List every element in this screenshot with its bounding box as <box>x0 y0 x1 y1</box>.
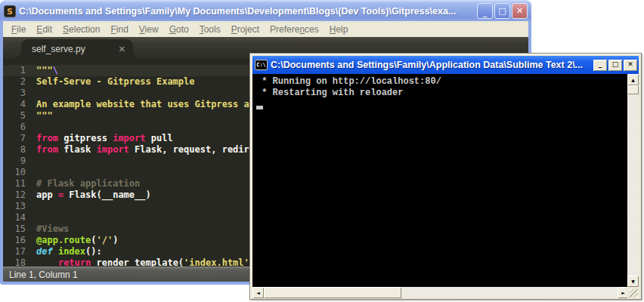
line-number: 18 <box>3 257 36 267</box>
menu-item-preferences[interactable]: Preferences <box>265 23 324 36</box>
close-icon: ✕ <box>627 60 633 68</box>
line-number: 5 <box>3 110 36 122</box>
arrow-up-icon: ▲ <box>631 77 635 82</box>
arrow-down-icon: ▼ <box>631 279 635 284</box>
line-number: 2 <box>3 76 36 88</box>
tab-self-serve-py[interactable]: self_serve.py ✕ <box>21 39 133 59</box>
console-line: * Running on http://localhost:80/ <box>256 76 629 88</box>
minimize-icon: _ <box>478 5 492 20</box>
cursor-position-status: Line 1, Column 1 <box>9 270 78 280</box>
line-number: 15 <box>3 223 36 235</box>
menu-item-file[interactable]: File <box>6 23 31 36</box>
menu-item-find[interactable]: Find <box>105 23 133 36</box>
scroll-down-button[interactable]: ▼ <box>627 276 639 287</box>
sublime-app-icon: S <box>4 5 16 17</box>
line-number: 6 <box>3 122 36 133</box>
menu-item-help[interactable]: Help <box>324 23 354 36</box>
console-maximize-button[interactable]: □ <box>608 60 622 71</box>
menu-item-tools[interactable]: Tools <box>194 23 226 36</box>
console-cursor <box>256 106 263 109</box>
menu-item-selection[interactable]: Selection <box>57 23 105 36</box>
line-number: 1 <box>3 65 36 76</box>
line-number: 8 <box>3 144 36 156</box>
menu-item-view[interactable]: View <box>134 23 164 36</box>
line-number: 10 <box>3 167 36 178</box>
resize-grip[interactable] <box>627 287 639 298</box>
vertical-scroll-thumb[interactable] <box>627 85 639 94</box>
arrow-left-icon: ◄ <box>256 290 260 295</box>
sublime-window-title: C:\Documents and Settings\Family\My Docu… <box>19 6 475 17</box>
sublime-title-bar[interactable]: S C:\Documents and Settings\Family\My Do… <box>0 0 531 21</box>
scroll-left-button[interactable]: ◄ <box>252 287 264 298</box>
arrow-right-icon: ► <box>621 290 625 295</box>
line-number: 3 <box>3 88 36 99</box>
cmd-icon[interactable]: C:\ <box>255 60 268 70</box>
line-number: 9 <box>3 156 36 167</box>
line-number: 13 <box>3 201 36 212</box>
desktop: S C:\Documents and Settings\Family\My Do… <box>0 0 644 302</box>
menu-item-project[interactable]: Project <box>226 23 265 36</box>
minimize-icon: _ <box>599 60 602 68</box>
horizontal-scroll-thumb[interactable] <box>264 287 401 298</box>
console-close-button[interactable]: ✕ <box>624 60 637 71</box>
vertical-scrollbar[interactable]: ▲ ▼ <box>627 74 639 287</box>
console-screen[interactable]: * Running on http://localhost:80/ * Rest… <box>252 74 629 287</box>
line-number: 17 <box>3 246 36 257</box>
line-number: 11 <box>3 178 36 190</box>
command-prompt-window: C:\ C:\Documents and Settings\Family\App… <box>249 53 642 300</box>
tab-close-icon[interactable]: ✕ <box>119 45 125 54</box>
maximize-button[interactable]: □ <box>494 3 510 19</box>
line-number: 14 <box>3 212 36 223</box>
console-title-bar[interactable]: C:\ C:\Documents and Settings\Family\App… <box>252 56 639 74</box>
maximize-icon: □ <box>612 60 619 68</box>
minimize-button[interactable]: _ <box>477 3 493 19</box>
console-minimize-button[interactable]: _ <box>593 60 607 71</box>
close-icon: ✕ <box>516 6 523 16</box>
menu-bar: FileEditSelectionFindViewGotoToolsProjec… <box>3 21 528 37</box>
horizontal-scrollbar[interactable]: ◄ ► <box>252 287 629 298</box>
line-number: 7 <box>3 133 36 144</box>
menu-item-edit[interactable]: Edit <box>31 23 57 36</box>
tab-label: self_serve.py <box>32 44 113 54</box>
close-button[interactable]: ✕ <box>512 3 528 19</box>
line-number: 12 <box>3 190 36 201</box>
scroll-up-button[interactable]: ▲ <box>627 74 639 85</box>
line-number: 4 <box>3 99 36 110</box>
console-line: * Restarting with reloader <box>256 88 629 99</box>
menu-item-goto[interactable]: Goto <box>164 23 194 36</box>
console-window-title: C:\Documents and Settings\Family\Applica… <box>271 60 592 70</box>
line-number: 16 <box>3 235 36 246</box>
maximize-icon: □ <box>498 6 506 16</box>
